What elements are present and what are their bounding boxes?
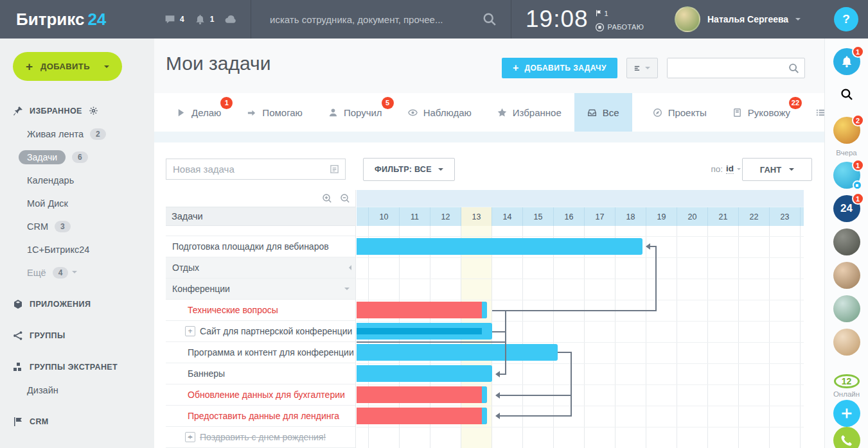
gantt-day-header: 1011121314151617181920212223 [357, 207, 804, 226]
task-search-input[interactable] [668, 58, 783, 78]
cloud-icon[interactable] [224, 13, 237, 26]
gantt-bar[interactable] [357, 344, 558, 361]
sidebar-item-tasks[interactable]: Задачи6 [0, 146, 154, 169]
task-form-icon[interactable] [330, 164, 339, 174]
zoom-in-icon[interactable] [322, 193, 332, 203]
gantt-bar[interactable] [357, 365, 492, 382]
global-search [252, 0, 511, 39]
user-menu[interactable]: Наталья Сергеева [675, 0, 801, 39]
sidebar-section-crm-section[interactable]: CRM [0, 409, 154, 433]
group-caret-icon[interactable] [344, 288, 350, 293]
bell-count: 1 [210, 15, 215, 24]
gantt-dependency-line [492, 331, 506, 332]
chat-avatar-2[interactable]: 1 [833, 162, 860, 189]
online-counter[interactable]: 12 [834, 374, 860, 388]
gantt-task-row[interactable]: Подготовка площадки для вебинаров [166, 236, 355, 257]
clock[interactable]: 19:08 [526, 6, 589, 33]
chat-search-button-icon[interactable] [840, 88, 853, 101]
bell-icon[interactable] [195, 14, 206, 25]
view-mode-button[interactable]: ГАНТ [742, 158, 812, 181]
gantt-day-cell: 12 [430, 207, 461, 227]
rail-day-label: Вчера [836, 149, 856, 157]
notifications-button[interactable]: 1 [833, 48, 860, 75]
group-caret-icon[interactable] [346, 265, 351, 270]
gantt-task-row[interactable]: Обновление данных для бухгалтерии [166, 384, 355, 406]
tab-favorites[interactable]: Избранное [484, 93, 574, 132]
search-icon[interactable] [788, 63, 799, 74]
tab-projects[interactable]: Проекты [640, 93, 720, 132]
expand-icon[interactable]: + [185, 432, 195, 442]
tab-watching[interactable]: Наблюдаю [395, 93, 484, 132]
chat-avatar-5[interactable] [833, 295, 860, 322]
sidebar-item-more[interactable]: Ещё4 [0, 261, 154, 284]
sidebar-menu: ИЗБРАННОЕЖивая лента2Задачи6КалендарьМой… [0, 99, 154, 433]
tab-managing[interactable]: Руковожу22 [720, 93, 803, 132]
sidebar-item-design[interactable]: Дизайн [0, 379, 154, 402]
search-icon[interactable] [483, 12, 497, 26]
gantt-task-row[interactable]: +Поздравить с днем рождения! [166, 427, 355, 448]
new-task-input[interactable] [166, 164, 330, 175]
gantt-task-row[interactable]: Отдых [166, 257, 355, 279]
gantt-day-cell: 10 [368, 207, 399, 227]
gantt-gridline [615, 226, 616, 448]
gantt-task-row[interactable]: Конференции [166, 279, 355, 300]
chat-icon[interactable] [164, 14, 175, 25]
zoom-out-icon[interactable] [340, 193, 350, 203]
apps-icon [13, 299, 23, 309]
add-task-button[interactable]: + ДОБАВИТЬ ЗАДАЧУ [502, 58, 617, 78]
chat-bitrix24[interactable]: 241 [833, 195, 860, 222]
gantt-task-row[interactable]: Программа и контент для конференции [166, 342, 355, 363]
sidebar-section-apps[interactable]: ПРИЛОЖЕНИЯ [0, 292, 154, 316]
gantt-task-row[interactable]: +Сайт для партнерской конференции [166, 321, 355, 342]
help-button[interactable]: ? [834, 7, 858, 31]
sort-field-select[interactable]: id [726, 164, 734, 174]
filter-label: ФИЛЬТР: ВСЕ [375, 165, 432, 174]
sidebar-section-label: ИЗБРАННОЕ [30, 107, 82, 116]
sidebar-section-groups[interactable]: ГРУППЫ [0, 323, 154, 347]
tab-doing[interactable]: Делаю1 [163, 93, 234, 132]
gantt-task-row[interactable]: Технические вопросы [166, 300, 355, 321]
gantt-bar[interactable] [357, 302, 487, 318]
sidebar-item-my-drive[interactable]: Мой Диск [0, 192, 154, 215]
work-status-button[interactable]: РАБОТАЮ [595, 22, 644, 32]
gantt-task-label: Программа и контент для конференции [188, 347, 354, 358]
chat-avatar-1[interactable]: 2 [833, 117, 860, 144]
gantt-bar[interactable] [357, 238, 642, 255]
add-chat-button[interactable] [833, 400, 860, 427]
gantt-bar[interactable] [357, 386, 487, 403]
list-settings-button[interactable] [626, 58, 658, 78]
tab-all[interactable]: Все [574, 93, 632, 132]
sidebar-item-1c-bitrix24[interactable]: 1С+Битрикс24 [0, 238, 154, 261]
gantt-gridline [357, 300, 804, 300]
sidebar-item-live-feed[interactable]: Живая лента2 [0, 123, 154, 146]
global-search-input[interactable] [252, 14, 483, 25]
filter-button[interactable]: ФИЛЬТР: ВСЕ [363, 158, 455, 181]
sort-control: по: id [711, 164, 741, 174]
gantt-day-cell: 20 [677, 207, 707, 227]
chat-avatar-4[interactable] [833, 262, 860, 289]
tab-assigned[interactable]: Поручил5 [315, 93, 395, 132]
gantt-task-row[interactable]: Предоставить данные для лендинга [166, 406, 355, 427]
gantt-bar[interactable] [357, 323, 492, 340]
gantt-bar[interactable] [357, 408, 487, 424]
app-logo[interactable]: Битрикс24 [16, 0, 106, 39]
call-button[interactable] [833, 427, 860, 448]
sidebar-item-label: Ещё [27, 268, 46, 278]
sidebar-section-favorites[interactable]: ИЗБРАННОЕ [0, 99, 154, 123]
gantt-gridline [738, 226, 739, 448]
book-icon [732, 108, 742, 117]
sidebar-item-calendar[interactable]: Календарь [0, 169, 154, 192]
tab-helping[interactable]: Помогаю [234, 93, 315, 132]
gantt-dependency-line [558, 352, 572, 353]
add-button[interactable]: + ДОБАВИТЬ [13, 52, 122, 81]
gantt-gridline [357, 279, 804, 279]
sidebar-section-extranet-groups[interactable]: ГРУППЫ ЭКСТРАНЕТ [0, 355, 154, 379]
expand-icon[interactable]: + [185, 326, 195, 336]
gantt-task-row[interactable]: Баннеры [166, 363, 355, 384]
sidebar-item-crm[interactable]: CRM3 [0, 215, 154, 238]
topbar: Битрикс24 4 1 19:08 1 РАБОТАЮ Наталья Се… [0, 0, 868, 39]
chat-avatar-6[interactable] [833, 329, 860, 356]
gear-icon[interactable] [89, 106, 98, 116]
gantt-panel: Задачи Подготовка площадки для вебинаров… [166, 190, 804, 448]
chat-avatar-3[interactable] [833, 228, 860, 255]
